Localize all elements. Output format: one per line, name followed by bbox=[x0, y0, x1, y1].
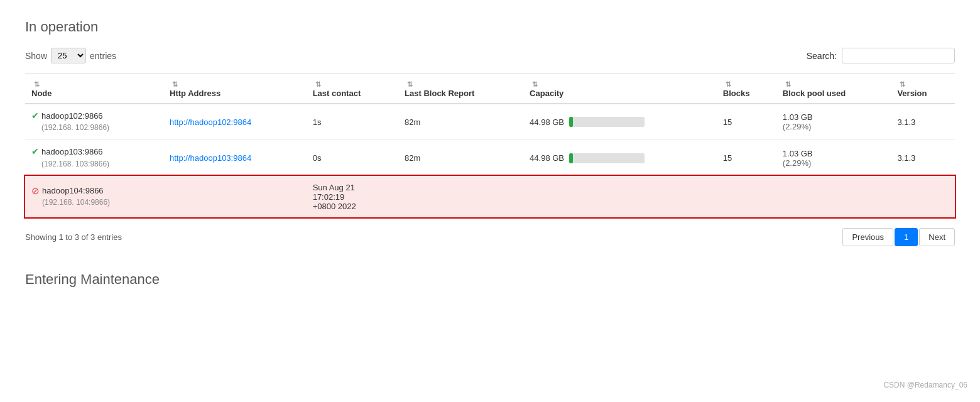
cell-http-address: http://hadoop103:9864 bbox=[163, 140, 307, 176]
capacity-text: 44.98 GB bbox=[530, 153, 564, 163]
sort-icon-block-report[interactable]: ⇅ bbox=[407, 80, 413, 89]
sort-icon-blocks[interactable]: ⇅ bbox=[726, 80, 731, 89]
cell-block-pool-used: 1.03 GB(2.29%) bbox=[776, 104, 891, 140]
pagination: Showing 1 to 3 of 3 entries Previous 1 N… bbox=[25, 228, 955, 246]
cell-version: 3.1.3 bbox=[891, 104, 955, 140]
check-icon: ✔ bbox=[31, 146, 39, 156]
next-button[interactable]: Next bbox=[919, 228, 955, 246]
table-row: ✔hadoop102:9866(192.168. 102:9866)http:/… bbox=[25, 104, 955, 140]
cell-node: ✔hadoop102:9866(192.168. 102:9866) bbox=[25, 104, 163, 140]
col-block-pool-used: ⇅ Block pool used bbox=[776, 74, 891, 104]
cell-node: ✔hadoop103:9866(192.168. 103:9866) bbox=[25, 140, 163, 176]
col-last-contact: ⇅ Last contact bbox=[307, 74, 398, 104]
col-node: ⇅ Node bbox=[25, 74, 163, 104]
http-link[interactable]: http://hadoop102:9864 bbox=[170, 117, 251, 127]
cell-blocks: 15 bbox=[717, 140, 776, 176]
cell-blocks bbox=[717, 176, 776, 217]
cell-blocks: 15 bbox=[717, 104, 776, 140]
col-last-block-report: ⇅ Last Block Report bbox=[398, 74, 523, 104]
section2-title: Entering Maintenance bbox=[25, 271, 955, 288]
page-1-button[interactable]: 1 bbox=[895, 228, 918, 246]
cell-last-contact: Sun Aug 2117:02:19+0800 2022 bbox=[307, 176, 398, 217]
cell-capacity: 44.98 GB bbox=[523, 140, 717, 176]
cell-http-address: http://hadoop102:9864 bbox=[163, 104, 307, 140]
search-box: Search: bbox=[807, 48, 955, 63]
error-icon: ⊘ bbox=[31, 185, 40, 197]
sort-icon-block-pool[interactable]: ⇅ bbox=[785, 80, 791, 89]
cell-capacity: 44.98 GB bbox=[523, 104, 717, 140]
nodes-table: ⇅ Node ⇅ Http Address ⇅ Last contact ⇅ L… bbox=[25, 73, 955, 218]
check-icon: ✔ bbox=[31, 111, 39, 121]
cell-last-block-report bbox=[398, 176, 523, 217]
show-label: Show bbox=[25, 51, 47, 61]
col-blocks: ⇅ Blocks bbox=[717, 74, 776, 104]
cell-block-pool-used: 1.03 GB(2.29%) bbox=[776, 140, 891, 176]
sort-icon-node[interactable]: ⇅ bbox=[34, 80, 40, 89]
cell-http-address bbox=[163, 176, 307, 217]
sort-icon-version[interactable]: ⇅ bbox=[900, 80, 905, 89]
table-controls: Show 25 10 50 100 entries Search: bbox=[25, 48, 955, 63]
sort-icon-contact[interactable]: ⇅ bbox=[315, 80, 321, 89]
entries-label: entries bbox=[90, 51, 116, 61]
previous-button[interactable]: Previous bbox=[842, 228, 893, 246]
search-label: Search: bbox=[807, 51, 837, 61]
node-name: hadoop104:9866(192.168. 104:9866) bbox=[42, 185, 110, 208]
table-row: ✔hadoop103:9866(192.168. 103:9866)http:/… bbox=[25, 140, 955, 176]
sort-icon-capacity[interactable]: ⇅ bbox=[532, 80, 538, 89]
http-link[interactable]: http://hadoop103:9864 bbox=[170, 153, 251, 163]
entries-select[interactable]: 25 10 50 100 bbox=[51, 48, 86, 63]
col-version: ⇅ Version bbox=[891, 74, 955, 104]
pagination-buttons: Previous 1 Next bbox=[842, 228, 955, 246]
cell-last-contact: 1s bbox=[307, 104, 398, 140]
table-row: ⊘hadoop104:9866(192.168. 104:9866)Sun Au… bbox=[25, 176, 955, 217]
showing-text: Showing 1 to 3 of 3 entries bbox=[25, 232, 122, 242]
capacity-bar bbox=[569, 153, 645, 163]
capacity-bar bbox=[569, 117, 645, 127]
cell-last-block-report: 82m bbox=[398, 140, 523, 176]
show-entries-control: Show 25 10 50 100 entries bbox=[25, 48, 116, 63]
capacity-text: 44.98 GB bbox=[530, 117, 564, 127]
page-title: In operation bbox=[25, 19, 955, 35]
node-name: hadoop102:9866(192.168. 102:9866) bbox=[41, 111, 109, 133]
cell-capacity bbox=[523, 176, 717, 217]
col-capacity: ⇅ Capacity bbox=[523, 74, 717, 104]
cell-block-pool-used bbox=[776, 176, 891, 217]
cell-last-block-report: 82m bbox=[398, 104, 523, 140]
col-http-address: ⇅ Http Address bbox=[163, 74, 307, 104]
search-input[interactable] bbox=[842, 48, 955, 63]
cell-last-contact: 0s bbox=[307, 140, 398, 176]
node-name: hadoop103:9866(192.168. 103:9866) bbox=[41, 146, 109, 169]
sort-icon-http[interactable]: ⇅ bbox=[172, 80, 178, 89]
cell-node: ⊘hadoop104:9866(192.168. 104:9866) bbox=[25, 176, 163, 217]
cell-version: 3.1.3 bbox=[891, 140, 955, 176]
cell-version bbox=[891, 176, 955, 217]
